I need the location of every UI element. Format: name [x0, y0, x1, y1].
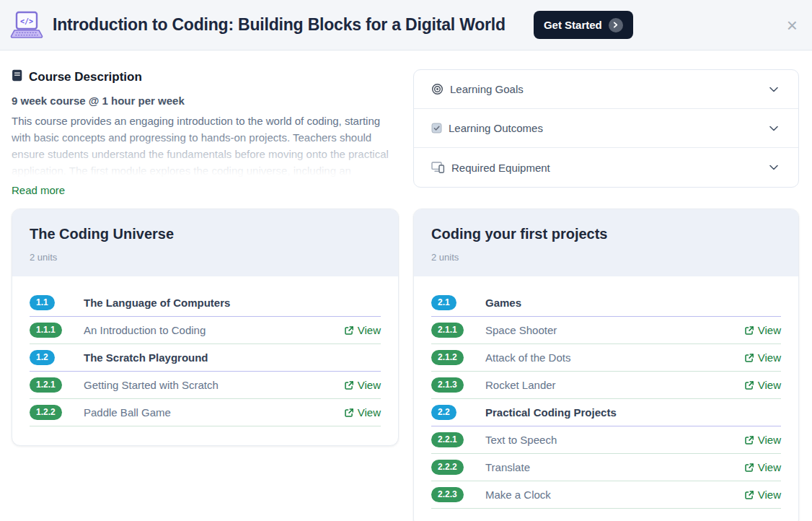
table-row: 2.2.3 Make a Clock View [431, 481, 781, 509]
lesson-title: The Scratch Playground [84, 351, 381, 364]
badge-cell: 2.1.3 [431, 377, 485, 393]
view-link[interactable]: View [744, 379, 781, 391]
lesson-title: Paddle Ball Game [84, 406, 344, 419]
view-label: View [758, 489, 781, 501]
module-rows: 2.1 Games [414, 276, 798, 521]
lesson-title: Rocket Lander [485, 379, 744, 391]
module-unit-count: 2 units [431, 252, 781, 263]
lesson-title: The Language of Computers [84, 297, 381, 309]
view-label: View [758, 434, 781, 446]
lesson-title: Practical Coding Projects [485, 406, 781, 419]
badge-cell: 1.2 [30, 350, 84, 365]
lesson-number-badge: 2.1 [431, 295, 456, 310]
view-link[interactable]: View [344, 379, 381, 391]
close-icon[interactable]: × [787, 16, 798, 35]
view-link[interactable]: View [344, 324, 381, 336]
laptop-code-icon: </> [10, 10, 43, 40]
external-link-icon [344, 408, 354, 418]
view-label: View [758, 461, 781, 473]
devices-icon [431, 162, 445, 173]
module-rows: 1.1 The Language of Computers [12, 276, 398, 445]
view-link[interactable]: View [744, 434, 781, 446]
course-description-body: This course provides an engaging introdu… [12, 113, 399, 178]
external-link-icon [744, 435, 754, 445]
external-link-icon [344, 325, 354, 336]
module-unit-count: 2 units [30, 252, 381, 263]
external-link-icon [344, 380, 354, 390]
external-link-icon [744, 353, 754, 363]
badge-cell: 2.2 [431, 405, 485, 420]
view-link[interactable]: View [744, 351, 781, 364]
module-card-header: Coding your first projects 2 units [414, 209, 798, 276]
view-label: View [358, 324, 381, 336]
view-label: View [358, 406, 381, 419]
view-link[interactable]: View [344, 406, 381, 419]
external-link-icon [744, 490, 754, 500]
lesson-number-badge: 2.2.3 [431, 487, 464, 502]
lesson-number-badge: 1.1.1 [30, 323, 62, 338]
accordion-item[interactable]: Learning Goals [414, 70, 798, 109]
table-row: 1.1.1 An Introduction to Coding View [30, 317, 381, 344]
lesson-title: Space Shooter [485, 324, 744, 336]
view-link[interactable]: View [744, 461, 781, 473]
course-duration: 9 week course @ 1 hour per week [12, 95, 399, 107]
lesson-title: Make a Clock [485, 489, 744, 501]
module-card-first-projects: Coding your first projects 2 units 2.1 G… [413, 209, 799, 521]
lesson-number-badge: 2.2.2 [431, 460, 464, 475]
accordion-item[interactable]: Required Equipment [414, 148, 798, 187]
module-card-header: The Coding Universe 2 units [12, 209, 398, 276]
view-link[interactable]: View [744, 489, 781, 501]
accordion-item-label: Learning Outcomes [449, 122, 543, 134]
get-started-label: Get Started [544, 19, 602, 31]
page-title: Introduction to Coding: Building Blocks … [53, 15, 506, 35]
lesson-number-badge: 2.1.3 [431, 377, 464, 393]
main-content: Course Description 9 week course @ 1 hou… [0, 51, 812, 521]
lesson-number-badge: 1.2.1 [30, 377, 62, 393]
lesson-number-badge: 1.1 [30, 295, 55, 310]
lesson-title: An Introduction to Coding [84, 324, 344, 336]
chevron-down-icon [767, 121, 781, 136]
accordion-item[interactable]: Learning Outcomes [414, 109, 798, 148]
lesson-number-badge: 2.2 [431, 405, 456, 420]
external-link-icon [744, 325, 754, 336]
checkbox-checked-icon [431, 123, 442, 133]
course-description-heading: Course Description [12, 69, 399, 85]
view-label: View [758, 351, 781, 364]
view-link[interactable]: View [744, 324, 781, 336]
lesson-title: Translate [485, 461, 744, 473]
table-row: 2.2 Practical Coding Projects [431, 399, 781, 426]
lesson-title: Getting Started with Scratch [84, 379, 344, 391]
course-overview-window: </> Introduction to Coding: Building Blo… [0, 0, 812, 521]
badge-cell: 1.2.1 [30, 377, 84, 393]
badge-cell: 2.1.2 [431, 350, 485, 365]
badge-cell: 1.1.1 [30, 323, 84, 338]
table-row: 2.1 Games [431, 289, 781, 317]
badge-cell: 1.1 [30, 295, 84, 310]
lesson-number-badge: 2.1.2 [431, 350, 464, 365]
view-label: View [758, 379, 781, 391]
svg-text:</>: </> [20, 17, 33, 25]
get-started-button[interactable]: Get Started [534, 11, 633, 39]
external-link-icon [744, 463, 754, 473]
lesson-title: Games [485, 297, 781, 309]
chevron-right-icon [609, 18, 623, 32]
course-info-accordion: Learning Goals Learning Outcom [413, 69, 799, 188]
external-link-icon [744, 380, 754, 390]
target-icon [431, 83, 443, 95]
read-more-link[interactable]: Read more [12, 184, 65, 196]
book-icon [12, 69, 23, 85]
chevron-down-icon [767, 160, 781, 175]
badge-cell: 2.1.1 [431, 323, 485, 338]
lesson-number-badge: 1.2 [30, 350, 55, 365]
table-row: 1.1 The Language of Computers [30, 289, 381, 317]
accordion-item-label: Learning Goals [450, 83, 524, 95]
table-row: 1.2 The Scratch Playground [30, 344, 381, 372]
badge-cell: 2.2.1 [431, 432, 485, 447]
table-row: 2.1.2 Attack of the Dots View [431, 344, 781, 372]
lesson-title: Attack of the Dots [485, 351, 744, 364]
lesson-title: Text to Speech [485, 434, 744, 446]
module-card-coding-universe: The Coding Universe 2 units 1.1 The Lang… [12, 209, 399, 446]
view-label: View [358, 379, 381, 391]
lesson-number-badge: 2.2.1 [431, 432, 464, 447]
accordion-item-label: Required Equipment [451, 162, 550, 174]
